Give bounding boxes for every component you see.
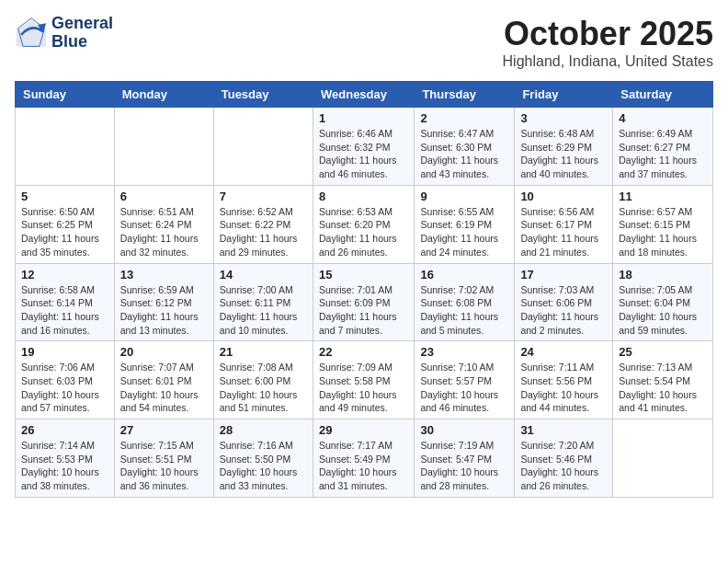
day-info: Sunrise: 7:15 AM Sunset: 5:51 PM Dayligh… — [120, 439, 208, 493]
day-number: 10 — [520, 190, 607, 203]
week-row-3: 12Sunrise: 6:58 AM Sunset: 6:14 PM Dayli… — [16, 263, 713, 341]
day-number: 21 — [220, 345, 307, 359]
day-number: 14 — [220, 268, 307, 282]
day-number: 27 — [120, 423, 208, 437]
header-sunday: Sunday — [16, 82, 115, 108]
day-cell: 15Sunrise: 7:01 AM Sunset: 6:09 PM Dayli… — [313, 263, 414, 341]
day-info: Sunrise: 6:51 AM Sunset: 6:24 PM Dayligh… — [120, 205, 208, 259]
day-number: 7 — [220, 190, 307, 203]
day-number: 25 — [619, 345, 707, 359]
calendar-header-row: SundayMondayTuesdayWednesdayThursdayFrid… — [16, 82, 713, 108]
day-info: Sunrise: 6:59 AM Sunset: 6:12 PM Dayligh… — [120, 283, 208, 338]
day-cell: 26Sunrise: 7:14 AM Sunset: 5:53 PM Dayli… — [16, 419, 115, 498]
week-row-2: 5Sunrise: 6:50 AM Sunset: 6:25 PM Daylig… — [16, 185, 713, 263]
svg-marker-0 — [17, 19, 46, 46]
day-cell: 11Sunrise: 6:57 AM Sunset: 6:15 PM Dayli… — [613, 185, 713, 263]
day-number: 28 — [220, 423, 307, 437]
day-cell: 29Sunrise: 7:17 AM Sunset: 5:49 PM Dayli… — [313, 419, 414, 498]
day-cell: 2Sunrise: 6:47 AM Sunset: 6:30 PM Daylig… — [415, 108, 515, 186]
day-cell: 17Sunrise: 7:03 AM Sunset: 6:06 PM Dayli… — [515, 263, 613, 341]
day-cell: 22Sunrise: 7:09 AM Sunset: 5:58 PM Dayli… — [313, 341, 414, 419]
day-info: Sunrise: 7:20 AM Sunset: 5:46 PM Dayligh… — [520, 439, 607, 493]
calendar-table: SundayMondayTuesdayWednesdayThursdayFrid… — [15, 81, 713, 498]
day-info: Sunrise: 6:47 AM Sunset: 6:30 PM Dayligh… — [420, 127, 508, 181]
day-cell: 16Sunrise: 7:02 AM Sunset: 6:08 PM Dayli… — [415, 263, 515, 341]
header-monday: Monday — [114, 82, 213, 108]
day-info: Sunrise: 7:10 AM Sunset: 5:57 PM Dayligh… — [420, 361, 508, 415]
day-info: Sunrise: 6:48 AM Sunset: 6:29 PM Dayligh… — [520, 127, 607, 181]
day-number: 29 — [319, 423, 408, 437]
day-cell: 13Sunrise: 6:59 AM Sunset: 6:12 PM Dayli… — [114, 263, 213, 341]
day-cell: 24Sunrise: 7:11 AM Sunset: 5:56 PM Dayli… — [515, 341, 613, 419]
day-cell: 1Sunrise: 6:46 AM Sunset: 6:32 PM Daylig… — [313, 108, 414, 186]
day-number: 2 — [420, 111, 508, 125]
day-info: Sunrise: 7:00 AM Sunset: 6:11 PM Dayligh… — [220, 283, 307, 338]
header-thursday: Thursday — [415, 82, 515, 108]
logo-icon — [15, 17, 48, 50]
day-info: Sunrise: 7:07 AM Sunset: 6:01 PM Dayligh… — [120, 361, 208, 415]
header-wednesday: Wednesday — [313, 82, 414, 108]
day-number: 8 — [319, 190, 408, 203]
day-number: 9 — [420, 190, 508, 203]
logo-line1: General — [51, 15, 113, 33]
day-cell: 30Sunrise: 7:19 AM Sunset: 5:47 PM Dayli… — [415, 419, 515, 498]
logo: General Blue — [15, 15, 113, 52]
day-cell: 28Sunrise: 7:16 AM Sunset: 5:50 PM Dayli… — [213, 419, 313, 498]
day-cell — [114, 108, 213, 186]
day-cell: 5Sunrise: 6:50 AM Sunset: 6:25 PM Daylig… — [16, 185, 115, 263]
day-cell: 6Sunrise: 6:51 AM Sunset: 6:24 PM Daylig… — [114, 185, 213, 263]
day-cell: 9Sunrise: 6:55 AM Sunset: 6:19 PM Daylig… — [415, 185, 515, 263]
day-cell — [213, 108, 313, 186]
day-info: Sunrise: 6:53 AM Sunset: 6:20 PM Dayligh… — [319, 205, 408, 259]
day-number: 18 — [619, 268, 707, 282]
day-cell: 25Sunrise: 7:13 AM Sunset: 5:54 PM Dayli… — [613, 341, 713, 419]
day-number: 24 — [520, 345, 607, 359]
day-info: Sunrise: 7:11 AM Sunset: 5:56 PM Dayligh… — [520, 361, 607, 415]
day-info: Sunrise: 7:01 AM Sunset: 6:09 PM Dayligh… — [319, 283, 408, 338]
day-cell — [16, 108, 115, 186]
page-header: General Blue October 2025 Highland, Indi… — [15, 15, 713, 70]
day-info: Sunrise: 7:17 AM Sunset: 5:49 PM Dayligh… — [319, 439, 408, 493]
day-cell: 14Sunrise: 7:00 AM Sunset: 6:11 PM Dayli… — [213, 263, 313, 341]
title-block: October 2025 Highland, Indiana, United S… — [503, 15, 713, 70]
day-info: Sunrise: 6:58 AM Sunset: 6:14 PM Dayligh… — [21, 283, 108, 338]
day-info: Sunrise: 6:46 AM Sunset: 6:32 PM Dayligh… — [319, 127, 408, 181]
day-info: Sunrise: 7:08 AM Sunset: 6:00 PM Dayligh… — [220, 361, 307, 415]
day-info: Sunrise: 7:16 AM Sunset: 5:50 PM Dayligh… — [220, 439, 307, 493]
day-number: 13 — [120, 268, 208, 282]
day-number: 22 — [319, 345, 408, 359]
day-cell: 12Sunrise: 6:58 AM Sunset: 6:14 PM Dayli… — [16, 263, 115, 341]
day-number: 4 — [619, 111, 707, 125]
day-info: Sunrise: 7:05 AM Sunset: 6:04 PM Dayligh… — [619, 283, 707, 338]
day-number: 6 — [120, 190, 208, 203]
day-cell: 10Sunrise: 6:56 AM Sunset: 6:17 PM Dayli… — [515, 185, 613, 263]
day-info: Sunrise: 7:19 AM Sunset: 5:47 PM Dayligh… — [420, 439, 508, 493]
logo-text: General Blue — [51, 15, 113, 52]
day-cell: 8Sunrise: 6:53 AM Sunset: 6:20 PM Daylig… — [313, 185, 414, 263]
day-number: 3 — [520, 111, 607, 125]
day-cell — [613, 419, 713, 498]
day-number: 12 — [21, 268, 108, 282]
day-info: Sunrise: 6:55 AM Sunset: 6:19 PM Dayligh… — [420, 205, 508, 259]
header-friday: Friday — [515, 82, 613, 108]
day-info: Sunrise: 6:52 AM Sunset: 6:22 PM Dayligh… — [220, 205, 307, 259]
day-info: Sunrise: 7:02 AM Sunset: 6:08 PM Dayligh… — [420, 283, 508, 338]
day-number: 20 — [120, 345, 208, 359]
day-number: 31 — [520, 423, 607, 437]
day-info: Sunrise: 6:50 AM Sunset: 6:25 PM Dayligh… — [21, 205, 108, 259]
logo-line2: Blue — [51, 33, 113, 52]
week-row-5: 26Sunrise: 7:14 AM Sunset: 5:53 PM Dayli… — [16, 419, 713, 498]
day-info: Sunrise: 6:49 AM Sunset: 6:27 PM Dayligh… — [619, 127, 707, 181]
day-cell: 31Sunrise: 7:20 AM Sunset: 5:46 PM Dayli… — [515, 419, 613, 498]
day-number: 1 — [319, 111, 408, 125]
week-row-4: 19Sunrise: 7:06 AM Sunset: 6:03 PM Dayli… — [16, 341, 713, 419]
day-number: 11 — [619, 190, 707, 203]
day-number: 15 — [319, 268, 408, 282]
page-subtitle: Highland, Indiana, United States — [503, 53, 713, 70]
day-info: Sunrise: 7:09 AM Sunset: 5:58 PM Dayligh… — [319, 361, 408, 415]
day-cell: 21Sunrise: 7:08 AM Sunset: 6:00 PM Dayli… — [213, 341, 313, 419]
day-number: 26 — [21, 423, 108, 437]
day-number: 23 — [420, 345, 508, 359]
day-info: Sunrise: 7:06 AM Sunset: 6:03 PM Dayligh… — [21, 361, 108, 415]
week-row-1: 1Sunrise: 6:46 AM Sunset: 6:32 PM Daylig… — [16, 108, 713, 186]
